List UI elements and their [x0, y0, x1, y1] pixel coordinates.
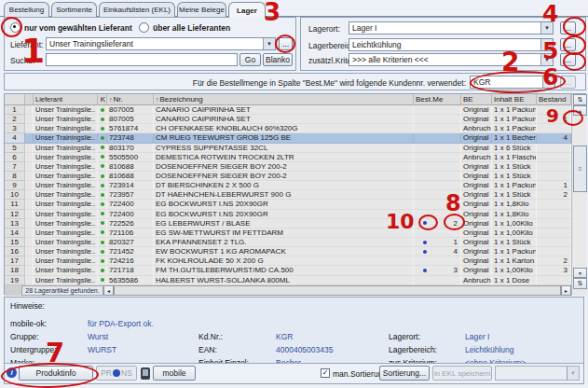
- table-row[interactable]: 11Unser Trainingslie..722400EG BOCKWURST…: [5, 200, 571, 209]
- chevron-down-icon[interactable]: ▼: [540, 54, 553, 65]
- column-control-button[interactable]: ⇅: [573, 94, 587, 105]
- cell-be: Original: [461, 133, 492, 143]
- chevron-down-icon[interactable]: ▼: [263, 38, 275, 49]
- tab-meine-belege[interactable]: Meine Belege: [177, 2, 226, 17]
- chevron-down-icon[interactable]: ▼: [542, 76, 554, 88]
- lieferant-browse-button[interactable]: ...: [279, 37, 293, 50]
- table-row[interactable]: 9Unser Trainingslie..723914DT BIERSCHINK…: [5, 181, 571, 190]
- tab-einkaufslisten[interactable]: Einkaufslisten (EKL): [99, 2, 175, 17]
- table-row[interactable]: 17Unser Trainingslie..724216FK KOHLROULA…: [5, 256, 571, 266]
- table-row[interactable]: 16Unser Trainingslie..721452EW BOCKWURST…: [5, 247, 571, 256]
- kriterium-combo[interactable]: >>> alle Kriterien <<< ▼: [349, 53, 554, 66]
- green-status-icon: [101, 212, 104, 215]
- lieferant-label: Lieferant:: [10, 40, 43, 49]
- table-row[interactable]: 12Unser Trainingslie..722400EG BOCKWURST…: [5, 210, 571, 219]
- kundennr-combo[interactable]: KGR ▼: [470, 76, 555, 89]
- cell-inhalt: 1 x 1 Karton: [492, 256, 537, 266]
- mobile-button[interactable]: mobile: [153, 366, 196, 381]
- lieferant-combo[interactable]: Unser Trainingslieferant ▼: [46, 37, 276, 50]
- search-input[interactable]: [46, 53, 238, 66]
- row-number: 10: [5, 190, 25, 200]
- header-nr[interactable]: ↑Nr.: [107, 94, 154, 105]
- tab-sortimente[interactable]: Sortimente: [51, 2, 97, 17]
- scroll-down-icon[interactable]: ▼: [573, 268, 587, 278]
- vertical-scrollbar[interactable]: ⇅ ▲ ≡ ▼ ⇅: [571, 94, 587, 296]
- blanko-button[interactable]: Blanko: [263, 53, 293, 66]
- row-selector-cell: [25, 124, 34, 133]
- cell-nr: 807005: [107, 105, 154, 115]
- lagerbereich-combo[interactable]: Leichtkühlung ▼: [349, 38, 554, 51]
- cell-bestand: [537, 247, 571, 256]
- table-row[interactable]: 4Unser Trainingslie..723748CM RUEG TEEWU…: [5, 133, 571, 143]
- green-status-icon: [101, 136, 104, 140]
- kriterium-browse-button[interactable]: ...: [560, 53, 576, 66]
- cell-bestand: 2: [537, 256, 571, 266]
- chevron-down-icon[interactable]: ▼: [540, 39, 553, 50]
- cell-bezeichnung: DOSENOEFFNER SIEGER BOY 200-2: [154, 172, 414, 181]
- table-row[interactable]: 14Unser Trainingslie..721106EG SW-METTWU…: [5, 229, 571, 238]
- cell-bezeichnung: EG LEBERWURST / BLASE: [154, 219, 414, 229]
- cell-inhalt: 1 x 1 Stück: [492, 162, 537, 172]
- cell-lieferant: Unser Trainingslie..: [34, 144, 98, 153]
- vertical-scroll-thumb[interactable]: ≡: [573, 146, 587, 192]
- cell-bestme: [414, 276, 461, 285]
- radio-own-supplier[interactable]: nur vom gewählten Lieferant: [10, 22, 132, 33]
- table-row[interactable]: 6Unser Trainingslie..5505500DEMESTICA RO…: [5, 153, 571, 162]
- header-bestme[interactable]: Best.Me: [414, 94, 461, 105]
- row-number: 19: [5, 276, 25, 285]
- table-row[interactable]: 19Unser Trainingslie..5635586HALBERST WU…: [5, 276, 571, 285]
- produktinfo-button[interactable]: Produktinfo: [19, 366, 93, 381]
- go-button[interactable]: Go: [239, 53, 261, 66]
- table-row[interactable]: 1Unser Trainingslie..807005CANARIO CAIPI…: [5, 105, 571, 115]
- man-sortierung-checkbox[interactable]: ✓: [321, 368, 330, 378]
- scroll-up-icon[interactable]: ▲: [573, 105, 587, 116]
- header-inhalt[interactable]: Inhalt BE: [492, 94, 537, 105]
- cell-be: Original: [461, 105, 492, 115]
- cell-bestand: 4: [537, 133, 571, 143]
- header-k[interactable]: K: [98, 94, 107, 105]
- cell-lieferant: Unser Trainingslie..: [34, 153, 98, 162]
- table-row[interactable]: 5Unser Trainingslie..803170CYPRESS SUPPE…: [5, 144, 571, 153]
- header-bestand[interactable]: Bestand: [537, 94, 571, 105]
- lagerort-combo[interactable]: Lager I ▼: [349, 21, 554, 35]
- header-be[interactable]: BE: [461, 94, 492, 105]
- radio-all-suppliers[interactable]: über alle Lieferanten: [139, 22, 230, 33]
- header-bezeichnung[interactable]: ↑Bezeichnung: [154, 94, 414, 105]
- column-control-bottom-button[interactable]: ⇅: [573, 278, 587, 289]
- table-row[interactable]: 13Unser Trainingslie..722526EG LEBERWURS…: [5, 219, 571, 229]
- green-status-icon: [101, 184, 104, 187]
- table-row[interactable]: 3Unser Trainingslie..5761874CH OFENKAESE…: [5, 124, 571, 133]
- cell-bezeichnung: EW BOCKWURST 1 KG AROMAPACK: [154, 247, 414, 256]
- row-selector-cell: [25, 181, 34, 190]
- tab-bestellung[interactable]: Bestellung: [4, 2, 49, 17]
- cell-lieferant: Unser Trainingslie..: [34, 238, 98, 247]
- header-lieferant[interactable]: Lieferant: [34, 94, 98, 105]
- scroll-left-icon[interactable]: ◄: [103, 285, 114, 296]
- row-selector-cell: [25, 190, 34, 200]
- lagerbereich-value: Leichtkühlung: [352, 40, 540, 49]
- table-row[interactable]: 2Unser Trainingslie..807005CANARIO CAIPI…: [5, 115, 571, 124]
- cell-bezeichnung: CYPRESS SUPPENTASSE 32CL: [154, 144, 414, 153]
- cell-bestme: [414, 200, 461, 209]
- untergruppe-label: Untergruppe:: [10, 345, 57, 354]
- sortierung-button[interactable]: Sortierung...: [379, 366, 430, 381]
- table-row[interactable]: 8Unser Trainingslie..810688DOSENOEFFNER …: [5, 172, 571, 181]
- table-row[interactable]: 18Unser Trainingslie..721718FM TH.GUTSLE…: [5, 266, 571, 275]
- horizontal-scroll-thumb[interactable]: [114, 285, 561, 296]
- tab-lager[interactable]: Lager: [228, 2, 266, 18]
- lagerbereich-browse-button[interactable]: ...: [560, 38, 576, 51]
- cell-nr: 5505500: [107, 153, 154, 162]
- table-row[interactable]: 10Unser Trainingslie..723957DT HAEHNCHEN…: [5, 190, 571, 200]
- cell-lieferant: Unser Trainingslie..: [34, 200, 98, 209]
- lagerort-browse-button[interactable]: ...: [560, 21, 576, 35]
- cell-k: [98, 238, 107, 247]
- green-status-icon: [101, 146, 104, 149]
- row-selector-cell: [25, 210, 34, 219]
- table-row[interactable]: 7Unser Trainingslie..810688DOSENOEFFNER …: [5, 162, 571, 172]
- chevron-down-icon[interactable]: ▼: [540, 22, 553, 34]
- lagerort-value: Lager I: [352, 23, 540, 33]
- cell-inhalt: 1 x 1 Stück: [492, 172, 537, 181]
- scroll-right-icon[interactable]: ►: [561, 285, 571, 296]
- table-row[interactable]: 15Unser Trainingslie..820327EKA PFANNENS…: [5, 238, 571, 247]
- green-status-icon: [101, 221, 104, 225]
